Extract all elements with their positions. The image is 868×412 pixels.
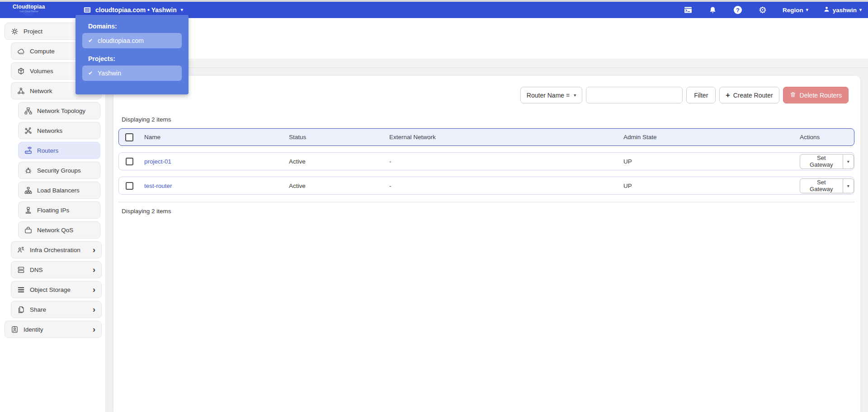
- column-header-admin-state[interactable]: Admin State: [619, 134, 795, 140]
- chevron-right-icon: ›: [93, 305, 95, 314]
- project-option-label: Yashwin: [98, 70, 121, 77]
- set-gateway-button[interactable]: Set Gateway: [800, 178, 843, 193]
- sidebar-item-label: DNS: [30, 267, 93, 273]
- sidebar-item-label: Network QoS: [37, 227, 95, 234]
- check-icon: ✔: [88, 70, 93, 76]
- delete-routers-button[interactable]: Delete Routers: [783, 87, 849, 103]
- sidebar-item-label: Object Storage: [30, 286, 93, 293]
- select-all-cell: [119, 133, 140, 141]
- row-actions-menu-toggle[interactable]: ▾: [843, 154, 854, 169]
- domains-section-label: Domains:: [88, 23, 189, 30]
- create-router-button[interactable]: + Create Router: [719, 87, 779, 103]
- filter-field-selector[interactable]: Router Name = ▾: [520, 87, 582, 103]
- sidebar-item-networks[interactable]: Networks: [18, 122, 100, 139]
- row-checkbox[interactable]: [126, 158, 133, 165]
- check-icon: ✔: [88, 37, 93, 44]
- table-row: project-01Active-UPSet Gateway▾: [118, 152, 854, 170]
- list-icon: [16, 286, 26, 294]
- sidebar-item-dns[interactable]: DNS›: [11, 261, 102, 278]
- region-label: Region: [783, 7, 803, 14]
- row-actions-menu-toggle[interactable]: ▾: [843, 178, 854, 193]
- sidebar-item-load-balancers[interactable]: Load Balancers: [18, 182, 100, 199]
- network-icon: [16, 87, 26, 95]
- context-switcher-dropdown: Domains: ✔ cloudtopiaa.com Projects: ✔ Y…: [75, 15, 189, 94]
- dropdown-item-domain[interactable]: ✔ cloudtopiaa.com: [82, 33, 182, 48]
- sidebar-item-security-groups[interactable]: Security Groups: [18, 162, 100, 179]
- delete-routers-label: Delete Routers: [800, 92, 842, 99]
- cell-status: Active: [284, 158, 385, 165]
- terminal-icon[interactable]: [683, 5, 693, 15]
- page-title: Routers: [117, 28, 868, 37]
- row-select-cell: [119, 158, 140, 165]
- cell-status: Active: [284, 183, 385, 189]
- sidebar-item-network-topology[interactable]: Network Topology: [18, 102, 100, 119]
- plus-icon: +: [726, 92, 730, 99]
- chevron-right-icon: ›: [93, 325, 95, 333]
- server-icon: [16, 266, 26, 274]
- sidebar-item-label: Floating IPs: [37, 207, 95, 214]
- domain-project-label: cloudtopiaa.com • Yashwin: [95, 6, 177, 14]
- column-header-name[interactable]: Name: [140, 134, 284, 140]
- user-menu[interactable]: yashwin ▾: [823, 6, 862, 14]
- sidebar-item-floating-ips[interactable]: Floating IPs: [18, 201, 100, 219]
- cube-icon: [16, 67, 26, 75]
- row-action-split-button: Set Gateway▾: [800, 154, 854, 169]
- app-logo[interactable]: Cloudtopiaa Your Cloud Partner: [13, 4, 45, 13]
- cell-external-network: -: [385, 183, 619, 189]
- chevron-right-icon: ›: [93, 286, 95, 294]
- sidebar-item-identity[interactable]: Identity›: [5, 321, 102, 338]
- router-name-link[interactable]: project-01: [144, 158, 171, 165]
- filter-button-label: Filter: [694, 92, 708, 99]
- row-select-cell: [119, 182, 140, 190]
- create-router-label: Create Router: [733, 92, 773, 99]
- filter-search-input[interactable]: [586, 87, 683, 103]
- cell-admin-state: UP: [619, 158, 795, 165]
- page-header: Routers: [106, 18, 868, 59]
- router-name-link[interactable]: test-router: [144, 183, 172, 189]
- ip-stamp-icon: [23, 206, 33, 215]
- set-gateway-button[interactable]: Set Gateway: [800, 154, 843, 169]
- cell-external-network: -: [385, 158, 619, 165]
- help-icon[interactable]: ?: [733, 5, 743, 15]
- list-panel-icon: [83, 6, 91, 14]
- table-toolbar: Router Name = ▾ Filter + Create Router: [113, 76, 860, 103]
- table-footer-divider: [118, 202, 854, 202]
- row-checkbox[interactable]: [126, 182, 133, 190]
- sidebar-item-label: Identity: [24, 326, 93, 333]
- filter-button[interactable]: Filter: [686, 87, 716, 103]
- sidebar-item-routers[interactable]: Routers: [18, 142, 100, 159]
- sidebar-item-label: Infra Orchestration: [30, 247, 93, 253]
- sidebar-item-share[interactable]: Share›: [11, 301, 102, 318]
- topology-icon: [23, 107, 33, 115]
- caret-down-icon: ▾: [806, 8, 808, 12]
- dropdown-item-project[interactable]: ✔ Yashwin: [82, 66, 182, 81]
- sidebar-item-network-qos[interactable]: Network QoS: [18, 221, 100, 239]
- table-header: Name Status External Network Admin State…: [118, 128, 854, 146]
- file-icon: [16, 305, 26, 314]
- header-divider-band: [106, 59, 868, 67]
- routers-panel: Router Name = ▾ Filter + Create Router: [113, 76, 860, 412]
- cell-name: project-01: [140, 158, 284, 165]
- select-all-checkbox[interactable]: [125, 133, 133, 141]
- cell-admin-state: UP: [619, 183, 795, 189]
- chevron-right-icon: ›: [93, 246, 95, 254]
- trash-icon: [790, 91, 796, 99]
- bell-icon[interactable]: [708, 5, 718, 15]
- column-header-status[interactable]: Status: [284, 134, 385, 140]
- sitemap-icon: [23, 186, 33, 195]
- router-icon: [23, 146, 33, 155]
- header-divider-band-lower: [106, 67, 868, 76]
- help-question-glyph: ?: [734, 6, 742, 14]
- sidebar-item-label: Networks: [37, 127, 95, 134]
- projects-section-label: Projects:: [88, 55, 189, 62]
- user-icon: [823, 6, 830, 14]
- app-logo-name: Cloudtopiaa: [13, 4, 45, 9]
- sidebar-item-object-storage[interactable]: Object Storage›: [11, 281, 102, 298]
- column-header-external-network[interactable]: External Network: [385, 134, 619, 140]
- settings-gear-icon[interactable]: ⚙: [758, 5, 768, 15]
- nodes-icon: [23, 126, 33, 135]
- sidebar-item-infra-orchestration[interactable]: Infra Orchestration›: [11, 241, 102, 258]
- region-dropdown[interactable]: Region ▾: [783, 7, 808, 14]
- filter-field-label: Router Name =: [527, 92, 570, 99]
- user-name-label: yashwin: [833, 7, 857, 14]
